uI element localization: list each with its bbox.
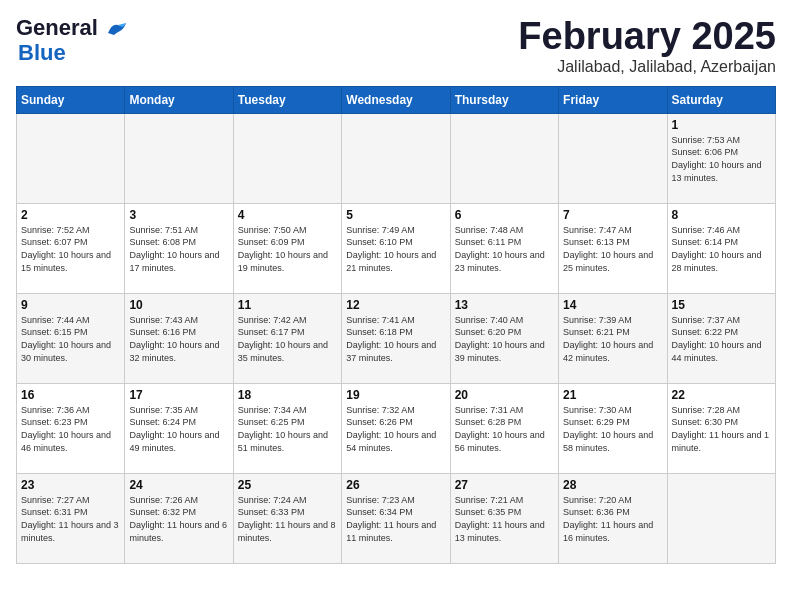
calendar-day-cell	[125, 113, 233, 203]
day-info: Sunrise: 7:37 AM Sunset: 6:22 PM Dayligh…	[672, 314, 771, 364]
day-number: 7	[563, 208, 662, 222]
day-info: Sunrise: 7:51 AM Sunset: 6:08 PM Dayligh…	[129, 224, 228, 274]
day-info: Sunrise: 7:21 AM Sunset: 6:35 PM Dayligh…	[455, 494, 554, 544]
day-info: Sunrise: 7:26 AM Sunset: 6:32 PM Dayligh…	[129, 494, 228, 544]
calendar-week-row: 23Sunrise: 7:27 AM Sunset: 6:31 PM Dayli…	[17, 473, 776, 563]
calendar-week-row: 1Sunrise: 7:53 AM Sunset: 6:06 PM Daylig…	[17, 113, 776, 203]
day-info: Sunrise: 7:24 AM Sunset: 6:33 PM Dayligh…	[238, 494, 337, 544]
calendar-day-cell	[667, 473, 775, 563]
calendar-day-cell	[559, 113, 667, 203]
day-number: 9	[21, 298, 120, 312]
col-wednesday: Wednesday	[342, 86, 450, 113]
day-info: Sunrise: 7:23 AM Sunset: 6:34 PM Dayligh…	[346, 494, 445, 544]
day-info: Sunrise: 7:52 AM Sunset: 6:07 PM Dayligh…	[21, 224, 120, 274]
day-info: Sunrise: 7:44 AM Sunset: 6:15 PM Dayligh…	[21, 314, 120, 364]
calendar-table: Sunday Monday Tuesday Wednesday Thursday…	[16, 86, 776, 564]
calendar-day-cell: 27Sunrise: 7:21 AM Sunset: 6:35 PM Dayli…	[450, 473, 558, 563]
calendar-day-cell: 10Sunrise: 7:43 AM Sunset: 6:16 PM Dayli…	[125, 293, 233, 383]
day-number: 19	[346, 388, 445, 402]
calendar-day-cell: 20Sunrise: 7:31 AM Sunset: 6:28 PM Dayli…	[450, 383, 558, 473]
calendar-day-cell: 3Sunrise: 7:51 AM Sunset: 6:08 PM Daylig…	[125, 203, 233, 293]
day-info: Sunrise: 7:32 AM Sunset: 6:26 PM Dayligh…	[346, 404, 445, 454]
day-number: 20	[455, 388, 554, 402]
day-number: 15	[672, 298, 771, 312]
day-number: 13	[455, 298, 554, 312]
day-number: 4	[238, 208, 337, 222]
calendar-day-cell	[342, 113, 450, 203]
calendar-day-cell: 25Sunrise: 7:24 AM Sunset: 6:33 PM Dayli…	[233, 473, 341, 563]
day-info: Sunrise: 7:46 AM Sunset: 6:14 PM Dayligh…	[672, 224, 771, 274]
day-number: 22	[672, 388, 771, 402]
day-info: Sunrise: 7:42 AM Sunset: 6:17 PM Dayligh…	[238, 314, 337, 364]
col-sunday: Sunday	[17, 86, 125, 113]
calendar-day-cell: 14Sunrise: 7:39 AM Sunset: 6:21 PM Dayli…	[559, 293, 667, 383]
calendar-day-cell: 24Sunrise: 7:26 AM Sunset: 6:32 PM Dayli…	[125, 473, 233, 563]
calendar-day-cell	[450, 113, 558, 203]
calendar-day-cell: 11Sunrise: 7:42 AM Sunset: 6:17 PM Dayli…	[233, 293, 341, 383]
day-info: Sunrise: 7:49 AM Sunset: 6:10 PM Dayligh…	[346, 224, 445, 274]
calendar-day-cell: 18Sunrise: 7:34 AM Sunset: 6:25 PM Dayli…	[233, 383, 341, 473]
calendar-day-cell: 8Sunrise: 7:46 AM Sunset: 6:14 PM Daylig…	[667, 203, 775, 293]
calendar-day-cell: 4Sunrise: 7:50 AM Sunset: 6:09 PM Daylig…	[233, 203, 341, 293]
day-number: 27	[455, 478, 554, 492]
calendar-day-cell: 17Sunrise: 7:35 AM Sunset: 6:24 PM Dayli…	[125, 383, 233, 473]
day-info: Sunrise: 7:35 AM Sunset: 6:24 PM Dayligh…	[129, 404, 228, 454]
day-info: Sunrise: 7:31 AM Sunset: 6:28 PM Dayligh…	[455, 404, 554, 454]
day-info: Sunrise: 7:36 AM Sunset: 6:23 PM Dayligh…	[21, 404, 120, 454]
calendar-day-cell: 2Sunrise: 7:52 AM Sunset: 6:07 PM Daylig…	[17, 203, 125, 293]
calendar-day-cell: 9Sunrise: 7:44 AM Sunset: 6:15 PM Daylig…	[17, 293, 125, 383]
logo-blue: Blue	[18, 40, 66, 66]
calendar-day-cell: 22Sunrise: 7:28 AM Sunset: 6:30 PM Dayli…	[667, 383, 775, 473]
col-thursday: Thursday	[450, 86, 558, 113]
day-info: Sunrise: 7:53 AM Sunset: 6:06 PM Dayligh…	[672, 134, 771, 184]
day-info: Sunrise: 7:40 AM Sunset: 6:20 PM Dayligh…	[455, 314, 554, 364]
day-info: Sunrise: 7:50 AM Sunset: 6:09 PM Dayligh…	[238, 224, 337, 274]
day-number: 24	[129, 478, 228, 492]
col-tuesday: Tuesday	[233, 86, 341, 113]
col-saturday: Saturday	[667, 86, 775, 113]
day-info: Sunrise: 7:43 AM Sunset: 6:16 PM Dayligh…	[129, 314, 228, 364]
day-number: 17	[129, 388, 228, 402]
day-number: 8	[672, 208, 771, 222]
day-info: Sunrise: 7:28 AM Sunset: 6:30 PM Dayligh…	[672, 404, 771, 454]
day-info: Sunrise: 7:48 AM Sunset: 6:11 PM Dayligh…	[455, 224, 554, 274]
calendar-day-cell: 13Sunrise: 7:40 AM Sunset: 6:20 PM Dayli…	[450, 293, 558, 383]
day-info: Sunrise: 7:39 AM Sunset: 6:21 PM Dayligh…	[563, 314, 662, 364]
day-number: 6	[455, 208, 554, 222]
calendar-day-cell: 16Sunrise: 7:36 AM Sunset: 6:23 PM Dayli…	[17, 383, 125, 473]
calendar-header-row: Sunday Monday Tuesday Wednesday Thursday…	[17, 86, 776, 113]
calendar-week-row: 9Sunrise: 7:44 AM Sunset: 6:15 PM Daylig…	[17, 293, 776, 383]
day-number: 10	[129, 298, 228, 312]
calendar-subtitle: Jalilabad, Jalilabad, Azerbaijan	[518, 58, 776, 76]
day-number: 3	[129, 208, 228, 222]
day-info: Sunrise: 7:30 AM Sunset: 6:29 PM Dayligh…	[563, 404, 662, 454]
day-number: 5	[346, 208, 445, 222]
calendar-day-cell: 21Sunrise: 7:30 AM Sunset: 6:29 PM Dayli…	[559, 383, 667, 473]
day-number: 25	[238, 478, 337, 492]
day-info: Sunrise: 7:41 AM Sunset: 6:18 PM Dayligh…	[346, 314, 445, 364]
day-number: 23	[21, 478, 120, 492]
title-block: February 2025 Jalilabad, Jalilabad, Azer…	[518, 16, 776, 76]
calendar-title: February 2025	[518, 16, 776, 58]
calendar-day-cell	[233, 113, 341, 203]
calendar-day-cell: 19Sunrise: 7:32 AM Sunset: 6:26 PM Dayli…	[342, 383, 450, 473]
day-info: Sunrise: 7:20 AM Sunset: 6:36 PM Dayligh…	[563, 494, 662, 544]
col-monday: Monday	[125, 86, 233, 113]
calendar-day-cell: 6Sunrise: 7:48 AM Sunset: 6:11 PM Daylig…	[450, 203, 558, 293]
day-info: Sunrise: 7:27 AM Sunset: 6:31 PM Dayligh…	[21, 494, 120, 544]
header: General Blue February 2025 Jalilabad, Ja…	[16, 16, 776, 76]
day-number: 26	[346, 478, 445, 492]
day-number: 18	[238, 388, 337, 402]
calendar-day-cell: 15Sunrise: 7:37 AM Sunset: 6:22 PM Dayli…	[667, 293, 775, 383]
logo-bird-icon	[106, 21, 128, 37]
calendar-day-cell	[17, 113, 125, 203]
calendar-day-cell: 26Sunrise: 7:23 AM Sunset: 6:34 PM Dayli…	[342, 473, 450, 563]
calendar-day-cell: 5Sunrise: 7:49 AM Sunset: 6:10 PM Daylig…	[342, 203, 450, 293]
day-number: 14	[563, 298, 662, 312]
calendar-day-cell: 28Sunrise: 7:20 AM Sunset: 6:36 PM Dayli…	[559, 473, 667, 563]
day-info: Sunrise: 7:34 AM Sunset: 6:25 PM Dayligh…	[238, 404, 337, 454]
calendar-day-cell: 23Sunrise: 7:27 AM Sunset: 6:31 PM Dayli…	[17, 473, 125, 563]
day-number: 12	[346, 298, 445, 312]
logo: General Blue	[16, 16, 128, 66]
logo-general: General	[16, 15, 98, 40]
